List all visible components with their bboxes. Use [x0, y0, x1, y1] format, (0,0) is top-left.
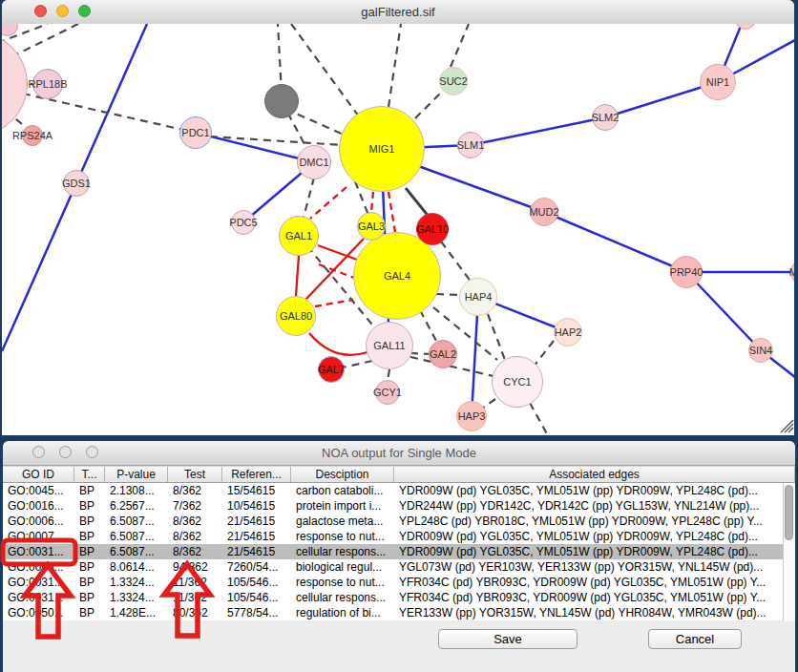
- node-label: NIP1: [706, 76, 729, 88]
- cell-reference: 10/54615: [222, 498, 291, 514]
- node-gal11[interactable]: GAL11: [366, 322, 413, 369]
- column-header-reference[interactable]: Referen...: [222, 467, 291, 482]
- minimize-button[interactable]: [59, 446, 72, 458]
- table-row[interactable]: GO:0031...BP1.3324...11/362105/546...cel…: [3, 590, 783, 605]
- node-prp40[interactable]: PRP40: [670, 256, 703, 288]
- edge-dash: [410, 353, 430, 354]
- cell-description: response to nut...: [291, 529, 394, 544]
- scrollbar-thumb[interactable]: [785, 485, 793, 540]
- close-button[interactable]: [32, 446, 45, 458]
- edge-blue: [2, 183, 76, 351]
- column-header-p_value[interactable]: P-value: [105, 467, 168, 482]
- node-slm1[interactable]: SLM1: [457, 132, 484, 158]
- node-gds1[interactable]: GDS1: [63, 170, 90, 197]
- cell-description: response to nut...: [291, 575, 394, 590]
- node-gal7[interactable]: GAL7: [318, 356, 345, 383]
- save-button[interactable]: Save: [438, 629, 578, 649]
- node-slm2[interactable]: SLM2: [592, 104, 619, 131]
- table-row[interactable]: GO:0016...BP6.2567...7/36210/54615protei…: [3, 498, 783, 514]
- noa-window-titlebar[interactable]: NOA output for Single Mode: [3, 441, 795, 466]
- cancel-button[interactable]: Cancel: [648, 629, 742, 649]
- node-label: MIG1: [369, 143, 395, 155]
- node-label: SLM2: [592, 112, 620, 123]
- cell-type: BP: [74, 498, 105, 514]
- zoom-button[interactable]: [78, 5, 91, 17]
- node-label: HAP3: [458, 410, 486, 422]
- zoom-button[interactable]: [86, 446, 98, 458]
- node-hap2[interactable]: HAP2: [554, 318, 582, 346]
- node-hap3[interactable]: HAP3: [456, 401, 487, 431]
- node-gcy1[interactable]: GCY1: [375, 380, 400, 405]
- cell-go_id: GO:0007...: [3, 529, 74, 544]
- cell-description: cellular respons...: [291, 544, 394, 559]
- edge-blue: [544, 212, 686, 272]
- edge-dash: [534, 341, 554, 367]
- node-label: GAL1: [285, 230, 312, 242]
- cell-p_value: 6.5087...: [105, 514, 168, 529]
- cell-reference: 5778/54...: [222, 605, 291, 620]
- table-row[interactable]: GO:0031...BP1.3324...11/362105/546...res…: [3, 575, 783, 590]
- network-edges: [2, 24, 794, 435]
- node-gal3[interactable]: GAL3: [357, 212, 386, 241]
- node-label: GAL80: [280, 310, 312, 322]
- network-canvas[interactable]: RPL18BRPS24AGDS1PDC1DMC1MIG1SUC2SLM1SLM2…: [2, 24, 794, 435]
- node-dmc1[interactable]: DMC1: [297, 145, 331, 179]
- cell-reference: 21/54615: [222, 544, 291, 559]
- close-button[interactable]: [34, 5, 47, 17]
- cell-edges: YPL248C (pd) YBR018C, YML051W (pp) YDR00…: [394, 514, 783, 529]
- node-gal2[interactable]: GAL2: [429, 340, 457, 368]
- node-gal1[interactable]: GAL1: [279, 216, 319, 256]
- node-rpl18b[interactable]: RPL18B: [32, 69, 63, 99]
- node-gal4[interactable]: GAL4: [353, 232, 441, 320]
- column-header-go_id[interactable]: GO ID: [3, 467, 74, 482]
- edge-dash: [291, 24, 359, 116]
- cell-p_value: 6.5087...: [105, 529, 168, 544]
- node-label: RPL18B: [29, 78, 68, 90]
- node-label: GAL11: [373, 340, 405, 351]
- edge-dash: [420, 310, 437, 343]
- cell-go_id: GO:0031...: [3, 544, 74, 559]
- table-row[interactable]: GO:0065...BP8.0614...94/3627260/54...bio…: [3, 559, 783, 575]
- table-row[interactable]: GO:0050...BP1.428E...80/3625778/54...reg…: [3, 605, 783, 620]
- node-gal10[interactable]: GAL10: [416, 213, 449, 245]
- edge-dash: [530, 403, 549, 435]
- cell-edges: YGL073W (pd) YER103W, YER133W (pp) YOR31…: [394, 559, 783, 575]
- cell-type: BP: [74, 590, 105, 605]
- edge-blue: [471, 117, 605, 145]
- node-mig1[interactable]: MIG1: [339, 106, 425, 192]
- cell-description: biological regul...: [291, 559, 394, 575]
- node-suc2[interactable]: SUC2: [439, 67, 468, 95]
- column-header-type[interactable]: T...: [74, 467, 105, 482]
- node-nip1[interactable]: NIP1: [700, 64, 736, 100]
- node-sin4[interactable]: SIN4: [748, 338, 773, 363]
- column-header-edges[interactable]: Associated edges: [394, 467, 795, 482]
- cell-test: 11/362: [168, 590, 222, 605]
- edge-grip: [785, 424, 793, 432]
- node-rps24a[interactable]: RPS24A: [22, 125, 43, 146]
- node-label: PDC1: [181, 127, 209, 138]
- node-cyc1[interactable]: CYC1: [492, 356, 543, 408]
- node-pdc5[interactable]: PDC5: [231, 210, 256, 235]
- cell-description: carbon cataboli...: [291, 483, 394, 498]
- vertical-scrollbar[interactable]: [783, 483, 795, 621]
- node-gal80[interactable]: GAL80: [276, 296, 316, 336]
- column-header-test[interactable]: Test: [168, 467, 222, 482]
- cell-test: 8/362: [168, 514, 222, 529]
- table-row[interactable]: GO:0045...BP2.1308...8/36215/54615carbon…: [3, 483, 783, 498]
- minimize-button[interactable]: [56, 5, 69, 17]
- table-row[interactable]: GO:0006...BP6.5087...8/36221/54615galact…: [3, 514, 783, 529]
- edge-reddash: [388, 192, 395, 232]
- cell-p_value: 6.5087...: [105, 544, 168, 559]
- table-row[interactable]: GO:0007...BP6.5087...8/36221/54615respon…: [3, 529, 783, 544]
- node-unlabeled[interactable]: [264, 84, 299, 118]
- cell-p_value: 1.428E...: [105, 605, 168, 620]
- node-label: PRP40: [670, 266, 704, 278]
- node-hap4[interactable]: HAP4: [459, 278, 497, 316]
- table-row[interactable]: GO:0031...BP6.5087...8/36221/54615cellul…: [3, 544, 783, 559]
- node-pdc1[interactable]: PDC1: [179, 116, 212, 149]
- network-window-titlebar[interactable]: galFiltered.sif: [2, 0, 794, 25]
- edge-dash: [441, 242, 472, 283]
- column-header-description[interactable]: Desciption: [291, 467, 394, 482]
- node-mud2[interactable]: MUD2: [530, 198, 558, 226]
- edge-dash: [451, 24, 469, 67]
